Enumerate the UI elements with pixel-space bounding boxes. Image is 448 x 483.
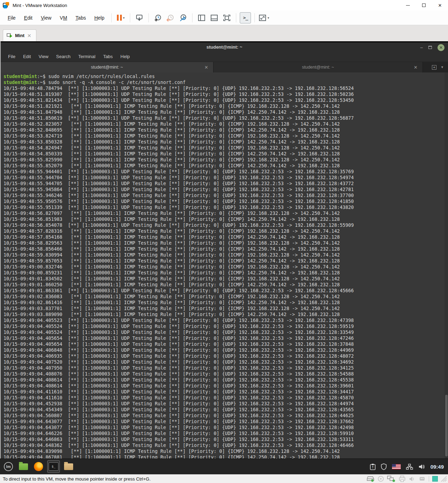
fit-guest-button[interactable]: ▾ [258, 12, 270, 23]
menu-item-edit[interactable]: Edit [20, 15, 37, 21]
log-line: 10/15-09:49:02.836083 [**] [1:1000001:1]… [4, 294, 448, 300]
open-console-button[interactable]: >_ [240, 12, 251, 23]
status-message: To direct input to this VM, move the mou… [3, 476, 150, 482]
snapshot-clock-plus-icon [154, 14, 162, 22]
log-line: 10/15-09:48:56.854078 [**] [1:1000003:1]… [4, 222, 448, 228]
send-ctrl-alt-del-button[interactable] [134, 12, 145, 23]
harddisk-status-icon[interactable] [367, 476, 374, 482]
prompt-line: student@mint:~$ sudo nvim /etc/snort/rul… [4, 74, 448, 79]
suspend-vm-button[interactable]: ▾ [115, 12, 126, 23]
log-line: 10/15-09:48:56.827097 [**] [1:1000001:1]… [4, 210, 448, 216]
log-line: 10/15-09:48:52.848695 [**] [1:1000001:1]… [4, 127, 448, 133]
menu-item-tabs[interactable]: Tabs [99, 54, 117, 59]
mint-menu-button[interactable]: lm [2, 460, 15, 473]
menu-item-terminal[interactable]: Terminal [75, 54, 99, 59]
terminal-title: student@mint: ~ [206, 44, 243, 50]
vm-tab-close-icon[interactable]: ✕ [27, 33, 31, 38]
terminal-titlebar[interactable]: student@mint: ~ – ✕ [1, 41, 448, 51]
log-line: 10/15-09:49:01.834502 [**] [1:1000001:1]… [4, 276, 448, 282]
clipboard-tray-icon[interactable]: ! [370, 463, 376, 470]
terminal-restore-button[interactable] [428, 46, 432, 49]
menu-item-help[interactable]: Help [90, 15, 108, 21]
shield-tray-icon[interactable] [381, 463, 387, 470]
log-line: 10/15-09:49:04.643077 [**] [1:1000003:1]… [4, 425, 448, 430]
take-snapshot-button[interactable] [152, 12, 163, 23]
taskbar-terminal-icon[interactable]: $_ [47, 460, 60, 473]
menu-item-edit[interactable]: Edit [19, 54, 35, 59]
vmware-statusbar: To direct input to this VM, move the mou… [0, 474, 448, 483]
revert-snapshot-button[interactable] [165, 12, 176, 23]
vm-tab-label: Mint [15, 33, 24, 38]
taskbar-firefox-icon[interactable] [32, 460, 45, 473]
vm-tab-mint[interactable]: Mint ✕ [3, 29, 36, 41]
terminal-close-button[interactable]: ✕ [438, 44, 444, 51]
log-line: 10/15-09:49:04.406848 [**] [1:1000003:1]… [4, 347, 448, 353]
keyboard-layout-us-flag-icon[interactable] [392, 464, 401, 469]
panel-left-icon [198, 14, 205, 21]
menu-item-view[interactable]: View [35, 54, 52, 59]
window-titlebar: Mint - VMware Workstation ✕ [0, 0, 448, 10]
vmware-workstation-window: Mint - VMware Workstation ✕ FileEditView… [0, 0, 448, 483]
manage-snapshots-button[interactable] [177, 12, 189, 23]
menu-item-vm[interactable]: VM [56, 15, 71, 21]
log-line: 10/15-09:49:04.408614 [**] [1:1000003:1]… [4, 383, 448, 389]
log-line: 10/15-09:49:04.560807 [**] [1:1000003:1]… [4, 413, 448, 419]
fullscreen-button[interactable] [221, 12, 232, 23]
window-close-button[interactable]: ✕ [432, 0, 448, 10]
taskbar-files-green-icon[interactable] [17, 460, 30, 473]
log-line: 10/15-09:49:04.405523 [**] [1:1000003:1]… [4, 317, 448, 323]
log-line: 10/15-09:49:04.646226 [**] [1:1000003:1]… [4, 430, 448, 436]
log-line: 10/15-09:49:04.839098 [**] [1:1000001:1]… [4, 448, 448, 454]
menu-item-help[interactable]: Help [117, 54, 134, 59]
log-line: 10/15-09:49:04.648362 [**] [1:1000003:1]… [4, 442, 448, 448]
vm-display: student@mint: ~ – ✕ FileEditViewSearchTe… [0, 41, 448, 474]
window-maximize-button[interactable] [416, 0, 432, 10]
taskbar-folder-icon[interactable] [62, 460, 75, 473]
menu-item-search[interactable]: Search [52, 54, 74, 59]
menu-item-tabs[interactable]: Tabs [71, 15, 90, 21]
chevron-down-icon[interactable]: ▾ [123, 16, 125, 20]
menu-item-file[interactable]: File [4, 15, 20, 21]
log-line: 10/15-09:48:55.852079 [**] [1:1000001:1]… [4, 163, 448, 169]
usb-status-icon[interactable] [419, 476, 426, 482]
network-tray-icon[interactable] [406, 464, 413, 470]
log-line: 10/15-09:49:04.405524 [**] [1:1000003:1]… [4, 323, 448, 329]
sound-status-icon[interactable] [409, 476, 415, 482]
terminal-minimize-button[interactable]: – [420, 45, 423, 50]
menu-item-view[interactable]: View [37, 15, 56, 21]
show-thumbnail-bar-button[interactable] [209, 12, 220, 23]
log-line: 10/15-09:49:04.454349 [**] [1:1000003:1]… [4, 407, 448, 413]
menu-item-file[interactable]: File [4, 54, 19, 59]
tab-close-icon[interactable]: ✕ [414, 65, 418, 70]
log-line: 10/15-09:48:51.821434 [**] [1:1000003:1]… [4, 97, 448, 103]
log-line: 10/15-09:48:58.829563 [**] [1:1000001:1]… [4, 240, 448, 246]
log-line: 10/15-09:48:54.824947 [**] [1:1000001:1]… [4, 145, 448, 151]
panel-bottom-icon [210, 14, 218, 21]
log-line: 10/15-09:49:04.411610 [**] [1:1000003:1]… [4, 395, 448, 401]
clock[interactable]: 09:49 [430, 464, 444, 470]
show-library-button[interactable] [196, 12, 207, 23]
window-minimize-button[interactable] [400, 0, 416, 10]
log-line: 10/15-09:49:04.407520 [**] [1:1000003:1]… [4, 359, 448, 365]
terminal-output-area[interactable]: student@mint:~$ sudo nvim /etc/snort/rul… [1, 72, 448, 458]
cdrom-status-icon[interactable] [378, 476, 384, 482]
printer-status-icon[interactable] [399, 476, 406, 482]
terminal-scrollbar[interactable] [444, 72, 448, 458]
terminal-tab-2[interactable]: student@mint: ~ ✕ [214, 62, 423, 72]
log-line: 10/15-09:49:01.863361 [**] [1:1000003:1]… [4, 288, 448, 294]
message-log-icon[interactable] [432, 476, 438, 482]
terminal-tab-1[interactable]: student@mint: ~ ✕ [1, 62, 214, 72]
scrollbar-thumb[interactable] [445, 395, 448, 456]
volume-tray-icon[interactable] [418, 464, 425, 470]
resize-grip[interactable] [441, 476, 447, 482]
log-line: 10/15-09:49:04.405524 [**] [1:1000003:1]… [4, 329, 448, 335]
toolbar-separator [111, 13, 112, 22]
log-line: 10/15-09:48:55.944705 [**] [1:1000003:1]… [4, 181, 448, 187]
tab-close-icon[interactable]: ✕ [204, 65, 208, 70]
new-tab-icon[interactable]: + [432, 65, 436, 70]
chevron-down-icon[interactable]: ▾ [267, 16, 269, 20]
tab-list-chevron-icon[interactable]: ▼ [441, 65, 444, 69]
network-status-icon[interactable] [387, 476, 396, 482]
log-line: 10/15-09:48:53.824719 [**] [1:1000001:1]… [4, 133, 448, 139]
svg-text:!: ! [372, 465, 373, 469]
